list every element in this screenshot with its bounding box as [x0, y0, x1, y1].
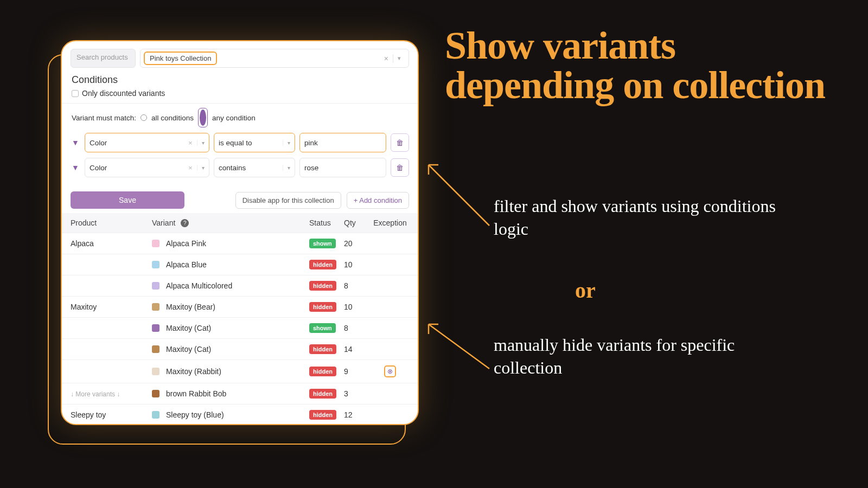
- trash-icon: 🗑: [396, 163, 404, 172]
- condition-value: rose: [304, 164, 318, 172]
- arrow-icon: [424, 320, 495, 380]
- status-badge: hidden: [309, 281, 336, 291]
- cell-variant: Alpaca Blue: [152, 260, 309, 269]
- chevron-down-icon[interactable]: ▾: [283, 165, 290, 171]
- delete-condition-button[interactable]: 🗑: [391, 133, 409, 152]
- marketing-headline: Show variants depending on collection: [445, 26, 835, 106]
- table-row: Maxitoy (Cat)hidden14: [62, 339, 418, 360]
- only-discounted-checkbox[interactable]: [72, 90, 79, 97]
- status-badge: shown: [309, 323, 336, 333]
- search-placeholder: Search products: [76, 53, 128, 61]
- filter-icon: ▼: [71, 138, 80, 147]
- table-row: Alpaca Bluehidden10: [62, 254, 418, 275]
- collection-select[interactable]: Pink toys Collection × ▾: [140, 49, 409, 68]
- condition-operator-select[interactable]: contains ▾: [214, 158, 295, 177]
- cell-product: Sleepy toy: [71, 410, 152, 419]
- cell-qty: 9: [344, 367, 371, 376]
- chevron-down-icon[interactable]: ▾: [197, 165, 205, 171]
- chevron-down-icon[interactable]: ▾: [197, 140, 205, 146]
- status-badge: shown: [309, 239, 336, 248]
- collection-chip: Pink toys Collection: [144, 52, 217, 65]
- condition-field-value: Color: [90, 139, 107, 147]
- chevron-down-icon[interactable]: ▾: [393, 55, 405, 62]
- cell-status: shown: [309, 323, 344, 333]
- cell-qty: 10: [344, 260, 371, 269]
- table-row: ↓ More variants ↓brown Rabbit Bobhidden3: [62, 383, 418, 404]
- variant-swatch-icon: [152, 282, 159, 290]
- table-row: AlpacaAlpaca Pinkshown20: [62, 233, 418, 254]
- cell-status: hidden: [309, 281, 344, 291]
- cell-status: hidden: [309, 260, 344, 269]
- marketing-sub-1: filter and show variants using condition…: [494, 195, 792, 240]
- cell-qty: 10: [344, 303, 371, 311]
- cell-product: Alpaca: [71, 239, 152, 248]
- variant-swatch-icon: [152, 390, 159, 397]
- cell-status: hidden: [309, 389, 344, 399]
- cell-qty: 12: [344, 410, 371, 419]
- cell-qty: 3: [344, 389, 371, 398]
- th-variant: Variant ?: [152, 219, 309, 227]
- status-badge: hidden: [309, 389, 336, 399]
- arrow-icon: [424, 160, 495, 236]
- th-exception: Exception: [371, 219, 409, 227]
- variant-swatch-icon: [152, 240, 159, 247]
- match-label: Variant must match:: [72, 114, 136, 122]
- marketing-sub-2: manually hide variants for specific coll…: [494, 334, 792, 379]
- cell-variant: Alpaca Multicolored: [152, 281, 309, 290]
- cell-product: Maxitoy: [71, 303, 152, 311]
- add-condition-button[interactable]: + Add condition: [347, 192, 409, 209]
- variant-swatch-icon: [152, 411, 159, 419]
- variant-swatch-icon: [152, 324, 159, 332]
- filter-icon: ▼: [71, 163, 80, 172]
- match-all-label: all conditions: [151, 114, 194, 122]
- condition-value-input[interactable]: rose: [299, 158, 386, 177]
- cell-status: hidden: [309, 344, 344, 354]
- cell-variant: Maxitoy (Rabbit): [152, 367, 309, 376]
- exception-toggle[interactable]: ⊗: [384, 365, 396, 377]
- status-badge: hidden: [309, 344, 336, 354]
- help-icon[interactable]: ?: [181, 219, 189, 227]
- match-any-label: any condition: [212, 114, 256, 122]
- cell-status: shown: [309, 239, 344, 248]
- status-badge: hidden: [309, 410, 336, 420]
- cell-variant: Maxitoy (Bear): [152, 303, 309, 311]
- cell-status: hidden: [309, 367, 344, 376]
- th-status: Status: [309, 219, 344, 227]
- condition-operator-value: is equal to: [219, 139, 252, 147]
- variant-swatch-icon: [152, 345, 159, 353]
- cell-qty: 14: [344, 345, 371, 354]
- conditions-title: Conditions: [72, 74, 408, 86]
- search-input[interactable]: Search products: [71, 49, 136, 68]
- marketing-or: or: [575, 278, 596, 303]
- condition-field-select[interactable]: Color × ▾: [85, 133, 209, 152]
- delete-condition-button[interactable]: 🗑: [391, 158, 409, 177]
- th-qty: Qty: [344, 219, 371, 227]
- clear-field-icon[interactable]: ×: [188, 139, 193, 147]
- clear-collection-icon[interactable]: ×: [380, 54, 393, 63]
- disable-app-button[interactable]: Disable app for this collection: [235, 192, 341, 209]
- cell-qty: 8: [344, 324, 371, 332]
- cell-variant: Sleepy toy (Blue): [152, 410, 309, 419]
- table-row: Alpaca Multicoloredhidden8: [62, 275, 418, 297]
- status-badge: hidden: [309, 260, 336, 269]
- save-button[interactable]: Save: [71, 191, 184, 209]
- cell-status: hidden: [309, 410, 344, 420]
- condition-operator-select[interactable]: is equal to ▾: [214, 133, 295, 152]
- cell-qty: 20: [344, 239, 371, 248]
- match-all-radio[interactable]: [141, 114, 147, 121]
- condition-value-input[interactable]: pink: [299, 133, 386, 152]
- status-badge: hidden: [309, 367, 336, 376]
- match-any-radio[interactable]: [198, 108, 208, 127]
- condition-row: ▼ Color × ▾ is equal to ▾ pink 🗑: [71, 133, 409, 152]
- cell-status: hidden: [309, 302, 344, 312]
- cell-variant: brown Rabbit Bob: [152, 389, 309, 398]
- condition-field-select[interactable]: Color × ▾: [85, 158, 209, 177]
- table-row: MaxitoyMaxitoy (Bear)hidden10: [62, 297, 418, 318]
- chevron-down-icon[interactable]: ▾: [283, 140, 290, 146]
- variant-swatch-icon: [152, 368, 159, 375]
- cell-variant: Maxitoy (Cat): [152, 345, 309, 354]
- more-variants-link[interactable]: ↓ More variants ↓: [71, 390, 120, 398]
- trash-icon: 🗑: [396, 138, 404, 147]
- clear-field-icon[interactable]: ×: [188, 164, 193, 172]
- app-card: Search products Pink toys Collection × ▾…: [61, 40, 419, 425]
